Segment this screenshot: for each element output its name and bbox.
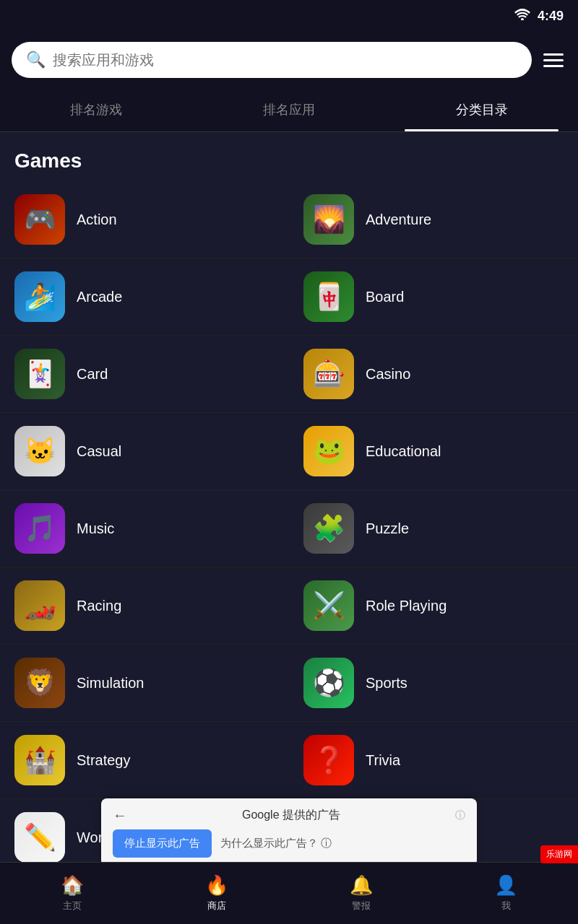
category-icon-adventure: 🌄 <box>303 194 354 245</box>
ad-banner: ← Google 提供的广告 ⓘ 停止显示此广告 为什么显示此广告？ ⓘ <box>101 798 477 866</box>
nav-profile-label: 我 <box>501 899 511 912</box>
category-icon-action: 🎮 <box>14 194 65 245</box>
hamburger-line-1 <box>543 53 564 56</box>
category-item-simulation[interactable]: 🦁 Simulation <box>0 645 289 722</box>
search-bar: 🔍 <box>0 32 578 88</box>
ad-title: Google 提供的广告 <box>133 808 449 823</box>
category-icon-word: ✏️ <box>14 812 65 863</box>
ad-why-label: 为什么显示此广告？ <box>220 837 318 850</box>
status-time: 4:49 <box>538 9 564 24</box>
category-label-arcade: Arcade <box>77 289 122 305</box>
nav-home[interactable]: 🏠 主页 <box>46 870 98 917</box>
category-item-educational[interactable]: 🐸 Educational <box>289 413 578 490</box>
category-item-board[interactable]: 🀄 Board <box>289 258 578 336</box>
nav-profile[interactable]: 👤 我 <box>480 870 532 917</box>
ad-info-icon[interactable]: ⓘ <box>455 809 465 822</box>
tab-ranked-apps[interactable]: 排名应用 <box>193 88 386 131</box>
category-label-card: Card <box>77 366 108 383</box>
category-item-casual[interactable]: 🐱 Casual <box>0 413 289 490</box>
category-label-puzzle: Puzzle <box>366 520 409 537</box>
tab-ranked-games[interactable]: 排名游戏 <box>0 88 193 131</box>
category-icon-simulation: 🦁 <box>14 658 65 708</box>
category-label-simulation: Simulation <box>77 675 144 692</box>
tab-bar: 排名游戏 排名应用 分类目录 <box>0 88 578 132</box>
category-label-strategy: Strategy <box>77 752 130 769</box>
category-item-arcade[interactable]: 🏄 Arcade <box>0 258 289 336</box>
games-section-title: Games <box>0 132 578 181</box>
nav-shop-label: 商店 <box>207 899 226 912</box>
category-label-music: Music <box>77 520 114 537</box>
hamburger-line-2 <box>543 59 564 61</box>
category-icon-casual: 🐱 <box>14 426 65 476</box>
category-label-roleplaying: Role Playing <box>366 598 447 614</box>
category-item-trivia[interactable]: ❓ Trivia <box>289 722 578 799</box>
category-label-board: Board <box>366 289 404 305</box>
category-item-puzzle[interactable]: 🧩 Puzzle <box>289 490 578 567</box>
ad-top: ← Google 提供的广告 ⓘ <box>113 807 465 824</box>
ad-why-button[interactable]: 为什么显示此广告？ ⓘ <box>220 837 332 850</box>
category-label-educational: Educational <box>366 443 441 460</box>
ad-info-icon-inline: ⓘ <box>321 837 332 850</box>
search-input-wrapper[interactable]: 🔍 <box>12 42 532 78</box>
category-item-adventure[interactable]: 🌄 Adventure <box>289 181 578 258</box>
ad-buttons: 停止显示此广告 为什么显示此广告？ ⓘ <box>113 829 465 858</box>
category-label-trivia: Trivia <box>366 752 400 769</box>
category-icon-trivia: ❓ <box>303 735 354 785</box>
category-icon-roleplaying: ⚔️ <box>303 580 354 631</box>
category-item-racing[interactable]: 🏎️ Racing <box>0 567 289 645</box>
nav-home-label: 主页 <box>63 899 82 912</box>
search-input[interactable] <box>53 52 517 69</box>
category-label-racing: Racing <box>77 598 121 614</box>
category-item-music[interactable]: 🎵 Music <box>0 490 289 567</box>
category-icon-puzzle: 🧩 <box>303 503 354 554</box>
hamburger-line-3 <box>543 65 564 67</box>
alerts-icon: 🔔 <box>350 874 373 897</box>
shop-icon: 🔥 <box>205 874 228 897</box>
status-bar: 4:49 <box>0 0 578 32</box>
category-label-action: Action <box>77 212 117 228</box>
category-icon-strategy: 🏰 <box>14 735 65 785</box>
category-icon-sports: ⚽ <box>303 658 354 708</box>
category-icon-card: 🃏 <box>14 349 65 399</box>
category-item-sports[interactable]: ⚽ Sports <box>289 645 578 722</box>
category-item-strategy[interactable]: 🏰 Strategy <box>0 722 289 799</box>
nav-shop[interactable]: 🔥 商店 <box>191 870 243 917</box>
wifi-icon <box>514 9 530 23</box>
bottom-nav: 🏠 主页 🔥 商店 🔔 警报 👤 我 <box>0 862 578 924</box>
category-icon-music: 🎵 <box>14 503 65 554</box>
nav-alerts-label: 警报 <box>352 899 371 912</box>
category-icon-racing: 🏎️ <box>14 580 65 631</box>
watermark: 乐游网 <box>540 845 578 863</box>
ad-back-button[interactable]: ← <box>113 807 127 824</box>
home-icon: 🏠 <box>61 874 84 897</box>
category-label-adventure: Adventure <box>366 212 431 228</box>
category-icon-board: 🀄 <box>303 271 354 322</box>
category-icon-arcade: 🏄 <box>14 271 65 322</box>
category-icon-casino: 🎰 <box>303 349 354 399</box>
category-icon-educational: 🐸 <box>303 426 354 476</box>
nav-alerts[interactable]: 🔔 警报 <box>335 870 387 917</box>
category-item-roleplaying[interactable]: ⚔️ Role Playing <box>289 567 578 645</box>
category-label-sports: Sports <box>366 675 407 692</box>
category-item-casino[interactable]: 🎰 Casino <box>289 336 578 413</box>
hamburger-button[interactable] <box>540 51 566 70</box>
category-label-casino: Casino <box>366 366 410 383</box>
svg-point-0 <box>521 18 524 20</box>
category-item-action[interactable]: 🎮 Action <box>0 181 289 258</box>
category-label-casual: Casual <box>77 443 121 460</box>
tab-categories[interactable]: 分类目录 <box>385 88 578 131</box>
ad-stop-button[interactable]: 停止显示此广告 <box>113 829 212 858</box>
search-icon: 🔍 <box>26 51 46 69</box>
profile-icon: 👤 <box>494 874 517 897</box>
category-item-card[interactable]: 🃏 Card <box>0 336 289 413</box>
category-grid: 🎮 Action 🌄 Adventure 🏄 Arcade 🀄 Board <box>0 181 578 876</box>
